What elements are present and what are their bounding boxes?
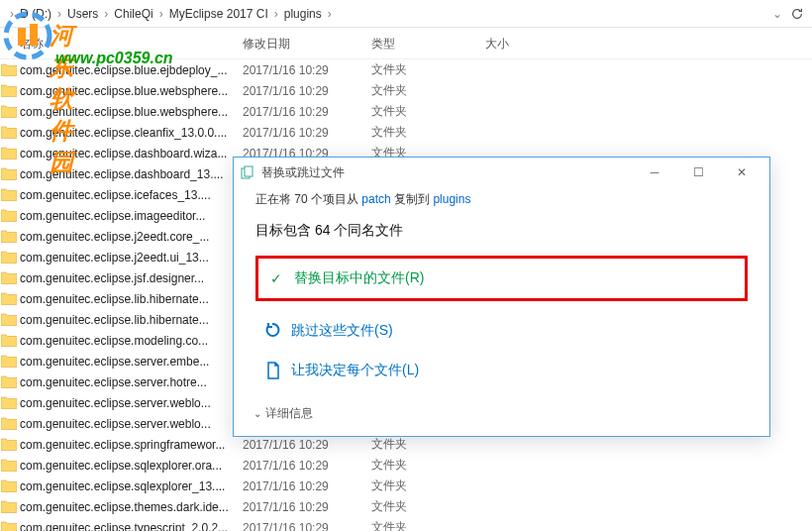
file-row[interactable]: com.genuitec.eclipse.cleanfix_13.0.0....… xyxy=(0,122,812,143)
file-date: 2017/1/16 10:29 xyxy=(243,521,371,532)
folder-icon xyxy=(1,396,17,409)
dest-link[interactable]: plugins xyxy=(433,192,470,206)
source-link[interactable]: patch xyxy=(361,192,390,206)
folder-icon xyxy=(1,209,17,222)
file-date: 2017/1/16 10:29 xyxy=(243,438,371,452)
folder-icon xyxy=(1,251,17,264)
svg-rect-4 xyxy=(245,166,253,176)
file-name: com.genuitec.eclipse.blue.ejbdeploy_... xyxy=(20,63,243,77)
refresh-icon[interactable] xyxy=(790,7,804,21)
breadcrumb-item[interactable]: Users xyxy=(67,7,98,21)
file-name: com.genuitec.eclipse.j2eedt.ui_13... xyxy=(20,251,243,265)
column-date[interactable]: 修改日期 xyxy=(243,36,371,53)
file-name: com.genuitec.eclipse.server.weblo... xyxy=(20,417,243,431)
folder-icon xyxy=(1,105,17,118)
file-row[interactable]: com.genuitec.eclipse.blue.websphere...20… xyxy=(0,101,812,122)
decide-label: 让我决定每个文件(L) xyxy=(291,362,419,379)
file-name: com.genuitec.eclipse.lib.hibernate... xyxy=(20,313,243,327)
chevron-down-icon: ⌄ xyxy=(254,408,261,419)
file-date: 2017/1/16 10:29 xyxy=(243,500,371,514)
folder-icon xyxy=(1,479,17,492)
file-date: 2017/1/16 10:29 xyxy=(243,105,371,119)
chevron-right-icon: › xyxy=(104,7,108,21)
breadcrumb[interactable]: › D (D:) › Users › ChileQi › MyEclipse 2… xyxy=(0,0,812,28)
file-row[interactable]: com.genuitec.eclipse.springframewor...20… xyxy=(0,434,812,455)
folder-icon xyxy=(1,500,17,513)
folder-icon xyxy=(1,375,17,388)
file-name: com.genuitec.eclipse.blue.websphere... xyxy=(20,105,243,119)
file-row[interactable]: com.genuitec.eclipse.sqlexplorer_13....2… xyxy=(0,476,812,496)
file-row[interactable]: com.genuitec.eclipse.blue.websphere...20… xyxy=(0,80,812,101)
dialog-titlebar[interactable]: 替换或跳过文件 ─ ☐ ✕ xyxy=(234,158,769,187)
breadcrumb-item[interactable]: MyEclipse 2017 CI xyxy=(169,7,268,21)
file-name: com.genuitec.eclipse.dashboard.wiza... xyxy=(20,147,243,160)
folder-icon xyxy=(1,188,17,201)
file-name: com.genuitec.eclipse.jsf.designer... xyxy=(20,271,243,285)
minimize-button[interactable]: ─ xyxy=(633,159,676,186)
file-type: 文件夹 xyxy=(371,82,485,99)
skip-icon xyxy=(263,321,283,341)
dialog-title: 替换或跳过文件 xyxy=(261,164,633,181)
document-icon xyxy=(263,361,283,380)
file-name: com.genuitec.eclipse.sqlexplorer.ora... xyxy=(20,459,243,473)
folder-icon xyxy=(1,126,17,139)
file-name: com.genuitec.eclipse.blue.websphere... xyxy=(20,84,243,98)
folder-icon xyxy=(1,521,17,531)
file-type: 文件夹 xyxy=(371,457,485,474)
folder-icon xyxy=(1,355,17,368)
file-name: com.genuitec.eclipse.themes.dark.ide... xyxy=(20,500,243,514)
check-icon: ✓ xyxy=(266,268,286,288)
file-date: 2017/1/16 10:29 xyxy=(243,84,371,98)
file-name: com.genuitec.eclipse.lib.hibernate... xyxy=(20,292,243,306)
chevron-right-icon: › xyxy=(328,7,332,21)
folder-icon xyxy=(1,271,17,284)
file-name: com.genuitec.eclipse.server.embe... xyxy=(20,355,243,369)
column-type[interactable]: 类型 xyxy=(371,36,485,53)
folder-icon xyxy=(1,459,17,472)
file-row[interactable]: com.genuitec.eclipse.sqlexplorer.ora...2… xyxy=(0,455,812,476)
breadcrumb-item[interactable]: plugins xyxy=(284,7,322,21)
folder-icon xyxy=(1,292,17,305)
replace-label: 替换目标中的文件(R) xyxy=(294,269,424,287)
replace-option[interactable]: ✓ 替换目标中的文件(R) xyxy=(258,259,745,298)
chevron-down-icon[interactable]: ⌄ xyxy=(772,7,782,21)
file-name: com.genuitec.eclipse.typescript_2.0.2... xyxy=(20,521,243,532)
folder-icon xyxy=(1,334,17,347)
breadcrumb-item[interactable]: ChileQi xyxy=(114,7,152,21)
breadcrumb-item[interactable]: D (D:) xyxy=(20,7,51,21)
folder-icon xyxy=(1,63,17,76)
file-type: 文件夹 xyxy=(371,519,485,531)
file-row[interactable]: com.genuitec.eclipse.blue.ejbdeploy_...2… xyxy=(0,59,812,80)
column-size[interactable]: 大小 xyxy=(485,36,564,53)
dialog-copy-info: 正在将 70 个项目从 patch 复制到 plugins xyxy=(255,191,748,208)
highlight-box: ✓ 替换目标中的文件(R) xyxy=(255,256,748,301)
file-type: 文件夹 xyxy=(371,61,485,78)
file-type: 文件夹 xyxy=(371,436,485,453)
close-button[interactable]: ✕ xyxy=(720,159,763,186)
maximize-button[interactable]: ☐ xyxy=(676,159,720,186)
dialog-conflict-info: 目标包含 64 个同名文件 xyxy=(255,222,748,240)
file-name: com.genuitec.eclipse.dashboard_13.... xyxy=(20,167,243,181)
file-row[interactable]: com.genuitec.eclipse.typescript_2.0.2...… xyxy=(0,517,812,531)
details-toggle[interactable]: ⌄ 详细信息 xyxy=(234,391,333,436)
skip-label: 跳过这些文件(S) xyxy=(291,322,393,340)
file-name: com.genuitec.eclipse.springframewor... xyxy=(20,438,243,452)
file-name: com.genuitec.eclipse.j2eedt.core_... xyxy=(20,230,243,244)
decide-option[interactable]: 让我决定每个文件(L) xyxy=(255,351,748,390)
file-name: com.genuitec.eclipse.server.hotre... xyxy=(20,375,243,389)
file-name: com.genuitec.eclipse.imageeditor... xyxy=(20,209,243,223)
column-name[interactable]: 名称 xyxy=(0,36,243,53)
folder-icon xyxy=(1,230,17,243)
skip-option[interactable]: 跳过这些文件(S) xyxy=(255,311,748,351)
chevron-right-icon: › xyxy=(159,7,163,21)
column-headers: 名称 修改日期 类型 大小 xyxy=(0,28,812,59)
file-name: com.genuitec.eclipse.icefaces_13.... xyxy=(20,188,243,202)
folder-icon xyxy=(1,84,17,97)
file-name: com.genuitec.eclipse.modeling.co... xyxy=(20,334,243,348)
folder-icon xyxy=(1,313,17,326)
chevron-right-icon: › xyxy=(57,7,61,21)
replace-skip-dialog: 替换或跳过文件 ─ ☐ ✕ 正在将 70 个项目从 patch 复制到 plug… xyxy=(233,157,770,437)
folder-icon xyxy=(1,147,17,159)
file-type: 文件夹 xyxy=(371,498,485,515)
file-row[interactable]: com.genuitec.eclipse.themes.dark.ide...2… xyxy=(0,496,812,517)
